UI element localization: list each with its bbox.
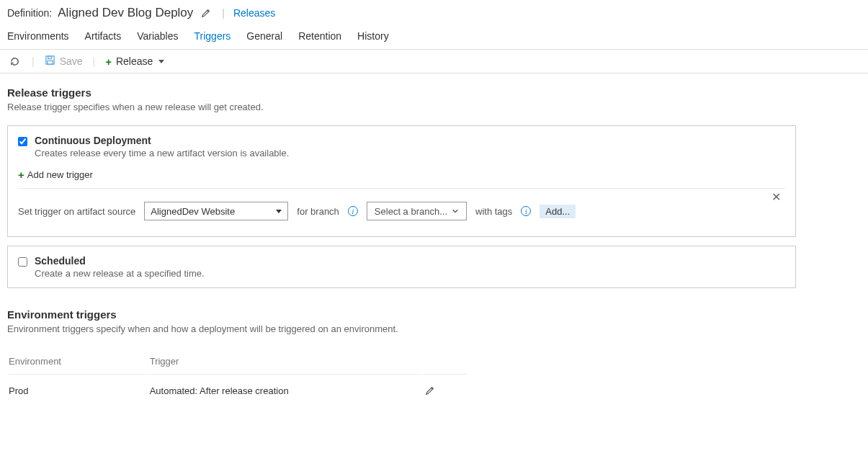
branch-placeholder: Select a branch... (375, 206, 447, 217)
cd-desc: Creates release every time a new artifac… (35, 148, 289, 158)
tab-environments[interactable]: Environments (7, 30, 69, 49)
content: Release triggers Release trigger specifi… (0, 73, 868, 428)
continuous-deployment-panel: Continuous Deployment Creates release ev… (7, 125, 796, 237)
separator: | (222, 7, 225, 19)
plus-icon: + (105, 55, 112, 68)
tab-retention[interactable]: Retention (298, 30, 341, 49)
separator: | (32, 55, 35, 67)
env-trigger: Automated: After release creation (150, 376, 421, 405)
svg-rect-1 (48, 56, 51, 59)
chevron-down-icon (158, 60, 164, 63)
svg-rect-2 (47, 61, 53, 64)
environment-triggers-section: Environment triggers Environment trigger… (7, 308, 861, 406)
cd-checkbox[interactable] (18, 137, 27, 146)
close-icon[interactable]: ✕ (771, 190, 781, 204)
save-button: Save (45, 55, 83, 68)
scheduled-title: Scheduled (35, 255, 205, 267)
branch-label: for branch (297, 206, 339, 217)
divider (18, 188, 785, 189)
definition-header: Definition: Aligned Dev Blog Deploy | Re… (0, 0, 868, 23)
scheduled-desc: Create a new release at a specified time… (35, 268, 205, 279)
artifact-source-value: AlignedDev Website (151, 206, 235, 217)
trigger-row: Set trigger on artifact source AlignedDe… (18, 199, 785, 228)
table-row: Prod Automated: After release creation (9, 376, 467, 405)
edit-name-icon[interactable] (199, 6, 213, 20)
save-label: Save (60, 55, 83, 67)
refresh-icon[interactable] (7, 54, 22, 68)
branch-dropdown[interactable]: Select a branch... (367, 202, 467, 220)
env-name: Prod (9, 376, 148, 405)
release-button[interactable]: + Release (105, 55, 164, 68)
artifact-source-label: Set trigger on artifact source (18, 206, 135, 217)
tab-general[interactable]: General (246, 30, 282, 49)
add-trigger-button[interactable]: + Add new trigger (18, 169, 93, 181)
releases-link[interactable]: Releases (233, 7, 275, 19)
save-icon (45, 55, 55, 68)
tags-label: with tags (475, 206, 512, 217)
tab-bar: Environments Artifacts Variables Trigger… (0, 23, 868, 49)
env-triggers-title: Environment triggers (7, 308, 861, 321)
toolbar: | Save | + Release (0, 49, 868, 73)
release-triggers-title: Release triggers (7, 86, 861, 99)
release-triggers-desc: Release trigger specifies when a new rel… (7, 102, 861, 112)
col-trigger: Trigger (150, 349, 421, 375)
definition-prefix: Definition: (7, 7, 52, 19)
tab-history[interactable]: History (357, 30, 389, 49)
separator: | (93, 55, 96, 67)
scheduled-panel: Scheduled Create a new release at a spec… (7, 246, 796, 288)
definition-name: Aligned Dev Blog Deploy (58, 6, 193, 20)
tab-artifacts[interactable]: Artifacts (85, 30, 122, 49)
release-label: Release (116, 55, 153, 67)
add-tag-button[interactable]: Add... (540, 205, 576, 218)
col-edit (423, 349, 467, 375)
tab-triggers[interactable]: Triggers (194, 30, 231, 49)
add-trigger-label: Add new trigger (27, 169, 93, 180)
scheduled-checkbox[interactable] (18, 257, 27, 267)
plus-icon: + (18, 169, 24, 181)
env-triggers-desc: Environment triggers specify when and ho… (7, 323, 861, 334)
tab-variables[interactable]: Variables (137, 30, 178, 49)
info-icon[interactable]: i (521, 206, 531, 216)
chevron-down-icon (452, 207, 459, 215)
chevron-down-icon (276, 210, 282, 213)
edit-icon[interactable] (423, 383, 437, 398)
env-triggers-table: Environment Trigger Prod Automated: Afte… (7, 347, 468, 406)
col-environment: Environment (9, 349, 148, 375)
info-icon[interactable]: i (348, 206, 358, 216)
cd-title: Continuous Deployment (35, 135, 289, 146)
artifact-source-dropdown[interactable]: AlignedDev Website (144, 202, 288, 220)
